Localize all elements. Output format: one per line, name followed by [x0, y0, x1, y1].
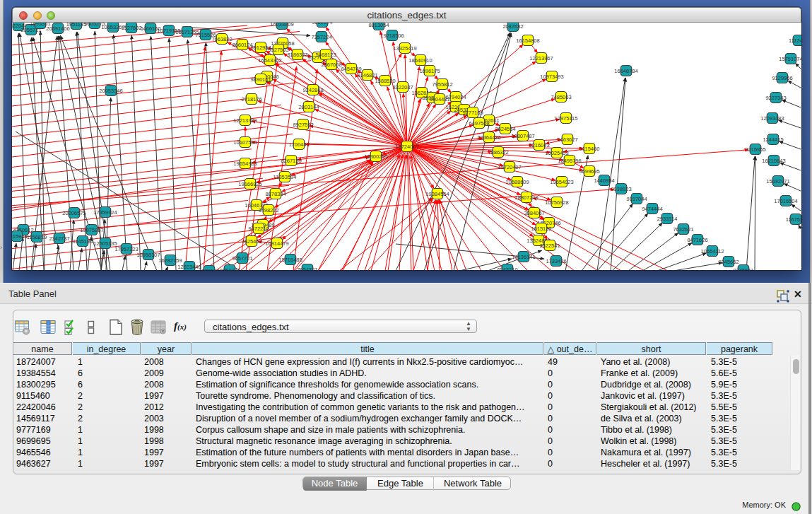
svg-text:1700443: 1700443	[288, 141, 309, 148]
svg-text:19654923: 19654923	[550, 179, 573, 185]
svg-text:5468123: 5468123	[315, 52, 336, 58]
svg-text:1244415: 1244415	[763, 136, 783, 143]
svg-text:1156819: 1156819	[27, 234, 47, 240]
svg-text:16210643: 16210643	[762, 158, 785, 164]
svg-text:1615132: 1615132	[531, 226, 551, 232]
svg-text:12505135: 12505135	[93, 240, 117, 247]
svg-text:17957223: 17957223	[114, 246, 138, 252]
svg-text:7485063: 7485063	[551, 94, 571, 100]
svg-text:1696175: 1696175	[419, 68, 440, 74]
svg-text:2522541: 2522541	[539, 243, 560, 249]
svg-text:10688609: 10688609	[505, 179, 529, 185]
svg-text:6794024: 6794024	[445, 94, 466, 100]
svg-text:18640910: 18640910	[408, 57, 432, 64]
svg-text:17016504: 17016504	[774, 198, 797, 204]
svg-text:8322037: 8322037	[392, 84, 413, 90]
svg-text:1588520: 1588520	[375, 78, 395, 84]
svg-text:7886322: 7886322	[488, 149, 508, 156]
svg-text:6497568: 6497568	[469, 120, 489, 127]
svg-text:12093383: 12093383	[760, 115, 784, 122]
svg-text:20053346: 20053346	[99, 88, 122, 94]
svg-text:18724007: 18724007	[395, 144, 418, 150]
svg-text:2933114: 2933114	[657, 216, 678, 222]
svg-text:9657721: 9657721	[232, 255, 252, 262]
svg-text:16543362: 16543362	[258, 57, 281, 64]
svg-text:9242848: 9242848	[302, 87, 323, 93]
svg-text:9472210: 9472210	[248, 226, 269, 232]
svg-text:8927552: 8927552	[293, 122, 313, 128]
svg-text:10973493: 10973493	[540, 74, 563, 80]
svg-text:16154808: 16154808	[516, 37, 539, 44]
svg-text:17359924: 17359924	[93, 209, 117, 216]
svg-text:19975867: 19975867	[80, 227, 103, 233]
svg-text:9327503: 9327503	[268, 47, 288, 53]
svg-text:1440954: 1440954	[594, 177, 614, 184]
svg-text:16782759: 16782759	[158, 257, 182, 264]
svg-text:11353594: 11353594	[273, 174, 297, 180]
svg-text:18495796: 18495796	[558, 158, 581, 164]
svg-text:8186323: 8186323	[287, 52, 307, 58]
svg-text:8471626: 8471626	[687, 237, 707, 243]
svg-text:2087682: 2087682	[502, 23, 523, 30]
svg-text:9227343: 9227343	[765, 95, 786, 101]
svg-text:20364436: 20364436	[477, 134, 500, 141]
svg-text:19166825: 19166825	[238, 181, 261, 187]
svg-text:12975115: 12975115	[555, 115, 578, 122]
svg-text:10025453: 10025453	[545, 150, 568, 156]
svg-text:10107554: 10107554	[233, 139, 257, 146]
svg-text:8878334: 8878334	[265, 191, 286, 197]
svg-text:20206575: 20206575	[62, 210, 86, 216]
svg-text:3498222: 3498222	[258, 207, 278, 214]
svg-text:6216043: 6216043	[529, 142, 549, 148]
svg-text:9777169: 9777169	[462, 110, 483, 116]
svg-text:19384554: 19384554	[425, 191, 449, 197]
svg-text:8454749: 8454749	[341, 66, 361, 72]
svg-text:10807487: 10807487	[511, 133, 534, 139]
svg-text:16033809: 16033809	[270, 23, 293, 28]
svg-text:1167533: 1167533	[786, 216, 801, 223]
svg-text:7632621: 7632621	[673, 226, 693, 233]
svg-text:6543210: 6543210	[497, 267, 517, 271]
svg-text:2718176: 2718176	[241, 96, 261, 103]
svg-text:14136141: 14136141	[512, 254, 535, 260]
svg-text:2342737: 2342737	[49, 235, 69, 242]
svg-text:16914479: 16914479	[265, 240, 288, 247]
svg-text:9474444: 9474444	[642, 206, 662, 212]
svg-text:1145194: 1145194	[73, 238, 93, 245]
svg-text:18300295: 18300295	[364, 153, 387, 160]
svg-text:8813054: 8813054	[368, 23, 389, 28]
svg-text:16648784: 16648784	[614, 68, 637, 74]
svg-text:1112438: 1112438	[789, 37, 801, 44]
svg-text:9115460: 9115460	[579, 146, 600, 152]
svg-text:3215955: 3215955	[745, 146, 765, 153]
svg-text:9463627: 9463627	[557, 136, 577, 143]
svg-text:12213389: 12213389	[233, 117, 257, 124]
svg-text:8245651: 8245651	[733, 267, 753, 271]
svg-text:8938923: 8938923	[611, 186, 631, 192]
svg-text:7663822: 7663822	[211, 36, 232, 42]
svg-text:1527602: 1527602	[121, 25, 141, 31]
svg-text:13325419: 13325419	[393, 45, 416, 52]
svg-text:8660124: 8660124	[232, 42, 252, 48]
svg-text:19218506: 19218506	[380, 33, 404, 39]
svg-text:3624554: 3624554	[495, 126, 515, 132]
svg-text:15751074: 15751074	[779, 56, 801, 62]
svg-text:1733426: 1733426	[546, 258, 566, 264]
svg-text:9890161: 9890161	[250, 76, 271, 83]
svg-text:19654985: 19654985	[233, 160, 257, 167]
svg-text:8267130: 8267130	[281, 158, 301, 164]
svg-text:12213967: 12213967	[529, 55, 553, 62]
svg-text:10958107: 10958107	[136, 252, 160, 258]
svg-text:7357224: 7357224	[311, 34, 331, 40]
svg-text:15716485: 15716485	[278, 257, 302, 263]
svg-text:15720407: 15720407	[498, 164, 521, 170]
svg-text:8654321: 8654321	[219, 267, 240, 271]
svg-text:9699695: 9699695	[579, 168, 599, 175]
svg-text:9129966: 9129966	[772, 75, 792, 81]
svg-text:2367608: 2367608	[321, 62, 341, 68]
svg-text:7955812: 7955812	[432, 81, 452, 88]
svg-text:3915944: 3915944	[12, 233, 28, 240]
svg-text:2803144: 2803144	[298, 104, 319, 110]
svg-text:12923448: 12923448	[177, 264, 201, 270]
svg-text:9862674: 9862674	[312, 23, 332, 25]
